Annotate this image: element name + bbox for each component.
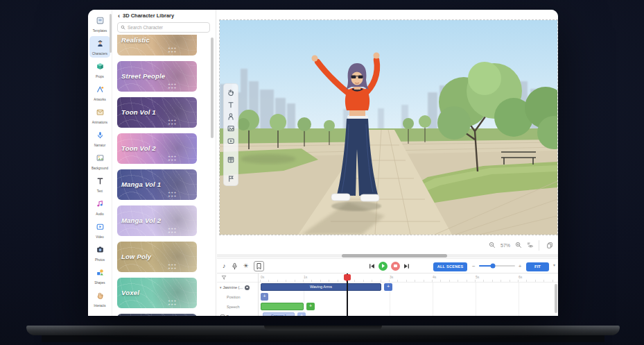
- character-tool-icon[interactable]: [226, 112, 236, 122]
- chevron-down-icon[interactable]: ▾: [220, 285, 222, 289]
- track-label-speech[interactable]: Speech: [217, 302, 258, 312]
- sidebar-item-photos[interactable]: Photos: [89, 242, 110, 264]
- search-input[interactable]: [128, 25, 207, 30]
- narrator-icon: [96, 130, 105, 142]
- artworks-icon: [96, 84, 105, 96]
- h-scrollbar-thumb[interactable]: [342, 254, 447, 258]
- sidebar-item-label: Photos: [95, 258, 105, 262]
- clip-speech[interactable]: [261, 303, 304, 310]
- sidebar-item-templates[interactable]: Templates: [89, 13, 110, 35]
- sidebar-item-label: Shapes: [94, 281, 105, 285]
- ruler-tick-label: 4s: [433, 275, 436, 279]
- sidebar-item-artworks[interactable]: Artworks: [89, 82, 110, 103]
- timeline-grid[interactable]: 0s 1s 2s 3s 4s 5s 6s Waving A: [259, 274, 558, 316]
- card-partial[interactable]: [117, 314, 197, 316]
- back-icon[interactable]: ‹: [118, 12, 120, 19]
- plus-grid-icon: [168, 155, 176, 162]
- track-label-camera[interactable]: Camera: [217, 312, 258, 316]
- card-label: Voxel: [121, 289, 139, 296]
- sidebar-item-label: Text: [97, 190, 103, 193]
- text-tool-icon[interactable]: [226, 99, 236, 110]
- mic-icon[interactable]: [231, 262, 238, 270]
- slider-knob[interactable]: [491, 264, 496, 269]
- card-manga-vol-1[interactable]: Manga Vol 1: [117, 169, 197, 200]
- timeline-zoom-slider: − +: [472, 259, 521, 273]
- all-scenes-button[interactable]: ALL SCENES: [433, 262, 467, 271]
- playhead-handle[interactable]: [344, 274, 351, 280]
- track-label-position[interactable]: Position: [217, 292, 258, 302]
- stop-button[interactable]: [391, 262, 400, 271]
- preview-eye-icon[interactable]: [527, 242, 534, 249]
- timeline-v-scrollbar[interactable]: [555, 284, 557, 313]
- timeline-filter[interactable]: [217, 274, 258, 283]
- sidebar-item-characters[interactable]: Characters: [89, 36, 110, 58]
- track-badge-icon[interactable]: [245, 285, 250, 290]
- add-camera-button[interactable]: +: [297, 312, 306, 317]
- card-low-poly[interactable]: Low Poly: [117, 242, 197, 272]
- canvas-stage[interactable]: [219, 19, 558, 235]
- ruler-tick-label: 6s: [519, 275, 522, 279]
- card-label: Manga Vol 2: [121, 217, 161, 224]
- card-label: Realistic: [121, 36, 150, 44]
- scene-artwork: [220, 20, 557, 235]
- sidebar-item-interacts[interactable]: Interacts: [89, 288, 110, 310]
- characters-icon: [96, 38, 105, 51]
- clip-waving-arms[interactable]: Waving Arms: [261, 283, 381, 291]
- add-position-button[interactable]: +: [261, 293, 268, 301]
- play-button[interactable]: [378, 262, 388, 271]
- add-animation-button[interactable]: +: [384, 283, 392, 291]
- track-label-character[interactable]: ▾ Jasmine (...: [217, 283, 258, 292]
- canvas-zoom-bar: 57%: [489, 238, 555, 252]
- slider-minus[interactable]: −: [472, 263, 476, 269]
- clip-camera-1[interactable]: Camera 1: [263, 312, 295, 317]
- image-tool-icon[interactable]: [226, 124, 236, 134]
- sidebar-item-text[interactable]: Text: [89, 174, 110, 195]
- skip-end-button[interactable]: [403, 263, 410, 269]
- timeline-collapse-icon[interactable]: ▾: [553, 262, 555, 267]
- timeline-ruler[interactable]: 0s 1s 2s 3s 4s 5s 6s: [259, 274, 558, 283]
- animations-icon: [96, 107, 105, 119]
- sidebar-item-props[interactable]: Props: [89, 59, 110, 81]
- scenes-tool-icon[interactable]: [226, 154, 236, 165]
- sidebar-item-narrator[interactable]: Narrator: [89, 128, 110, 149]
- track-name: Position: [227, 295, 241, 299]
- fit-button[interactable]: FIT: [526, 262, 549, 271]
- stop-icon: [394, 264, 397, 268]
- slider-track[interactable]: [479, 265, 515, 267]
- zoom-out-icon[interactable]: [489, 242, 496, 249]
- gridline: [433, 283, 433, 316]
- timeline: ▾ Jasmine (... Position Speech Camera 0s…: [217, 274, 558, 316]
- slider-plus[interactable]: +: [519, 263, 522, 269]
- card-realistic[interactable]: Realistic: [117, 35, 197, 56]
- sidebar-item-shapes[interactable]: Shapes: [89, 265, 110, 287]
- track-name: Camera: [226, 314, 240, 316]
- filter-funnel-icon: [221, 275, 227, 280]
- ruler-tick-label: 3s: [390, 275, 393, 279]
- camera-track-icon: [220, 314, 225, 316]
- duplicate-canvas-button[interactable]: [544, 240, 555, 251]
- video-icon: [96, 221, 105, 234]
- zoom-in-icon[interactable]: [515, 242, 522, 249]
- panel-scrollbar[interactable]: [211, 37, 214, 138]
- search-box[interactable]: [117, 22, 210, 33]
- gridline: [519, 283, 519, 316]
- music-icon[interactable]: ♪: [223, 262, 226, 269]
- effects-sun-icon[interactable]: ☀: [243, 262, 249, 269]
- skip-start-button[interactable]: [369, 263, 375, 269]
- card-street-people[interactable]: Street People: [117, 61, 197, 92]
- sidebar-item-video[interactable]: Video: [89, 219, 110, 241]
- sidebar-item-background[interactable]: Background: [89, 151, 110, 172]
- video-tool-icon[interactable]: [226, 135, 236, 146]
- sidebar-item-audio[interactable]: Audio: [89, 196, 110, 218]
- card-toon-vol-2[interactable]: Toon Vol 2: [117, 133, 197, 164]
- flag-tool-icon[interactable]: [226, 174, 236, 184]
- card-manga-vol-2[interactable]: Manga Vol 2: [117, 205, 197, 236]
- card-voxel[interactable]: Voxel: [117, 278, 197, 308]
- card-toon-vol-1[interactable]: Toon Vol 1: [117, 97, 197, 128]
- add-speech-button[interactable]: +: [306, 303, 315, 310]
- photos-icon: [96, 244, 105, 257]
- bookmark-tool[interactable]: [254, 261, 264, 271]
- hand-tool-icon[interactable]: [226, 87, 236, 98]
- sidebar-item-animations[interactable]: Animations: [89, 105, 110, 126]
- text-icon: [96, 176, 105, 188]
